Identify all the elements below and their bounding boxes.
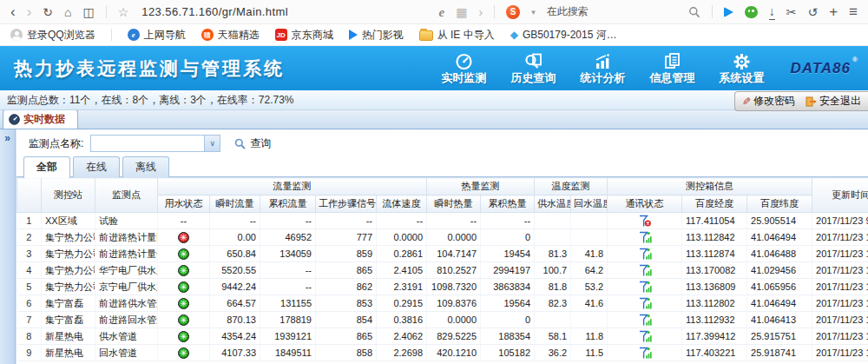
- table-row[interactable]: 6集宁富磊前进路供水管道✳664.571311558530.2915109.83…: [17, 295, 868, 312]
- status-bar: 监测点总数：11个，在线：8个，离线：3个，在线率：72.73% ✎ 修改密码 …: [0, 90, 868, 110]
- cell-flow-total: 131155: [260, 295, 316, 312]
- header-total-flow[interactable]: 累积流量: [260, 195, 316, 213]
- cell-supply-temp: [535, 312, 571, 328]
- bookmark-gb50179[interactable]: ◆ GB50179-2015 河…: [510, 28, 617, 43]
- bookmark-import-ie[interactable]: 从 IE 中导入: [419, 28, 495, 43]
- cell-velocity: 0.2861: [377, 246, 427, 262]
- table-row[interactable]: 1XX区域试验--------------117.41105425.905514…: [17, 213, 868, 229]
- cell-return-temp: [571, 312, 608, 328]
- combo-dropdown-icon[interactable]: ∨: [204, 136, 220, 151]
- engine-dropdown-icon[interactable]: ▾: [531, 1, 536, 23]
- header-longitude[interactable]: 百度经度: [682, 195, 747, 213]
- menu-icon[interactable]: ≡: [849, 1, 858, 23]
- cell-return-temp: [571, 213, 608, 229]
- undo-history-icon[interactable]: ↺: [807, 1, 818, 23]
- nav-realtime-monitor[interactable]: 实时监测: [441, 52, 486, 84]
- filter-tab-all[interactable]: 全部: [23, 156, 70, 178]
- app-title: 热力抄表远程监测与管理系统: [0, 56, 285, 81]
- forward-icon[interactable]: ›: [27, 1, 32, 23]
- favorite-star-icon[interactable]: ☆: [118, 1, 129, 23]
- page: ‹ › ↻ ⌂ ◫ ☆ 123.56.71.160/gr/Main.html e…: [0, 0, 868, 364]
- reload-icon[interactable]: ↻: [43, 1, 53, 23]
- home-icon[interactable]: ⌂: [64, 1, 71, 23]
- sogou-logo-icon[interactable]: S: [506, 5, 520, 19]
- bookmark-qq-login[interactable]: 登录QQ浏览器: [10, 28, 95, 43]
- table-row[interactable]: 8新星热电供水管道✳4354.2419391218652.4062829.522…: [17, 328, 868, 345]
- cell-flow-instant: --: [210, 213, 260, 229]
- scissors-capture-icon[interactable]: ✂: [786, 1, 797, 23]
- header-velocity[interactable]: 流体速度: [377, 195, 427, 213]
- ie-compat-icon[interactable]: e: [439, 1, 445, 23]
- table-row[interactable]: 5集宁热力公司京宁电厂供水主.✳9442.24--8622.31911098.7…: [17, 279, 868, 295]
- cell-velocity: 0.3816: [377, 312, 427, 328]
- cell-flow-instant: 650.84: [210, 246, 260, 262]
- cell-point: 供水管道: [95, 328, 158, 345]
- cell-heat-total: --: [481, 213, 535, 229]
- bookmark-jd[interactable]: JD 京东商城: [275, 28, 333, 43]
- bookmark-navigator[interactable]: e 上网导航: [128, 28, 186, 43]
- nav-info-management[interactable]: 信息管理: [649, 52, 694, 84]
- header-station[interactable]: 测控站: [42, 178, 95, 213]
- header-latitude[interactable]: 百度纬度: [747, 195, 812, 213]
- bookmark-tmall[interactable]: 猫 天猫精选: [201, 28, 260, 43]
- search-input[interactable]: 在此搜索: [547, 4, 677, 19]
- cell-longitude: 113.136809: [682, 279, 747, 295]
- download-icon[interactable]: ↓: [769, 4, 775, 20]
- cell-supply-temp: 100.7: [535, 262, 571, 279]
- cell-return-temp: 11.8: [571, 328, 608, 345]
- tab-gauge-icon: [9, 114, 20, 125]
- chevron-right-icon[interactable]: ›: [478, 1, 483, 23]
- cell-signal-quality: --: [316, 213, 377, 229]
- search-icon[interactable]: [688, 6, 700, 18]
- header-total-heat[interactable]: 累积热量: [481, 195, 535, 213]
- header-comm-status[interactable]: 通讯状态: [608, 195, 682, 213]
- header-group-box: 测控箱信息: [608, 178, 812, 195]
- logout-button[interactable]: 安全退出: [806, 94, 861, 109]
- header-supply-temp[interactable]: 供水温度: [535, 195, 571, 213]
- cell-point: 前进路供水管道: [95, 295, 158, 312]
- table-row[interactable]: 4集宁热力公司华宁电厂供水主.✳5520.55--8652.4105810.25…: [17, 262, 868, 279]
- bookmark-label: 热门影视: [362, 28, 404, 43]
- nav-system-settings[interactable]: 系统设置: [719, 52, 764, 84]
- cell-latitude: 41.046494: [747, 229, 812, 246]
- header-signal-quality[interactable]: 工作步骤信号质: [316, 195, 377, 213]
- table-row[interactable]: 3集宁热力公司前进路热计量供.✳650.841340598590.2861104…: [17, 246, 868, 262]
- data86-logo: DATA86 ®: [790, 60, 851, 77]
- cell-return-temp: [571, 229, 608, 246]
- change-password-button[interactable]: ✎ 修改密码: [742, 94, 795, 109]
- bookmark-divider: [111, 29, 112, 41]
- cell-flow-instant: 4107.33: [210, 345, 260, 361]
- extensions-grid-icon[interactable]: ▦: [456, 1, 467, 23]
- query-button[interactable]: 查询: [234, 136, 271, 151]
- address-url[interactable]: 123.56.71.160/gr/Main.html: [141, 5, 288, 18]
- header-point[interactable]: 监测点: [95, 178, 158, 213]
- header-water-status[interactable]: 用水状态: [158, 195, 210, 213]
- video-play-icon[interactable]: [724, 7, 733, 17]
- nav-statistics[interactable]: 统计分析: [580, 52, 625, 84]
- brand-text: DATA86: [790, 60, 851, 76]
- header-update-time[interactable]: 更新时间: [812, 178, 868, 213]
- reader-mode-icon[interactable]: ◫: [83, 1, 95, 23]
- point-name-input[interactable]: [91, 136, 204, 151]
- filter-tab-offline[interactable]: 离线: [122, 156, 169, 177]
- header-return-temp[interactable]: 回水温度: [571, 195, 608, 213]
- table-row[interactable]: 2集宁热力公司前进路热计量回.✳0.00469527770.00000.0000…: [17, 229, 868, 246]
- filter-tab-online[interactable]: 在线: [73, 156, 120, 177]
- session-toolbar: ✎ 修改密码 安全退出: [734, 91, 868, 111]
- table-row[interactable]: 9新星热电回水管道✳4107.3318495118582.2698420.121…: [17, 345, 868, 361]
- sidebar-collapse-strip[interactable]: »: [0, 129, 16, 364]
- back-icon[interactable]: ‹: [10, 1, 16, 23]
- cell-flow-instant: 664.57: [210, 295, 260, 312]
- new-tab-plus-icon[interactable]: +: [829, 1, 838, 23]
- row-number: 3: [17, 246, 42, 262]
- cell-point: 回水管道: [95, 345, 158, 361]
- cell-velocity: 2.2698: [377, 345, 427, 361]
- wechat-icon[interactable]: [745, 6, 758, 18]
- table-row[interactable]: 7集宁富磊前进路回水管道✳870.131788198540.38160.0000…: [17, 312, 868, 328]
- header-instant-heat[interactable]: 瞬时热量: [427, 195, 481, 213]
- antenna-online-icon: [638, 314, 652, 327]
- bookmark-hot-video[interactable]: 热门影视: [349, 28, 404, 43]
- tab-realtime-data[interactable]: 实时数据: [3, 109, 78, 129]
- header-instant-flow[interactable]: 瞬时流量: [210, 195, 260, 213]
- nav-history-query[interactable]: 历史查询: [510, 52, 556, 84]
